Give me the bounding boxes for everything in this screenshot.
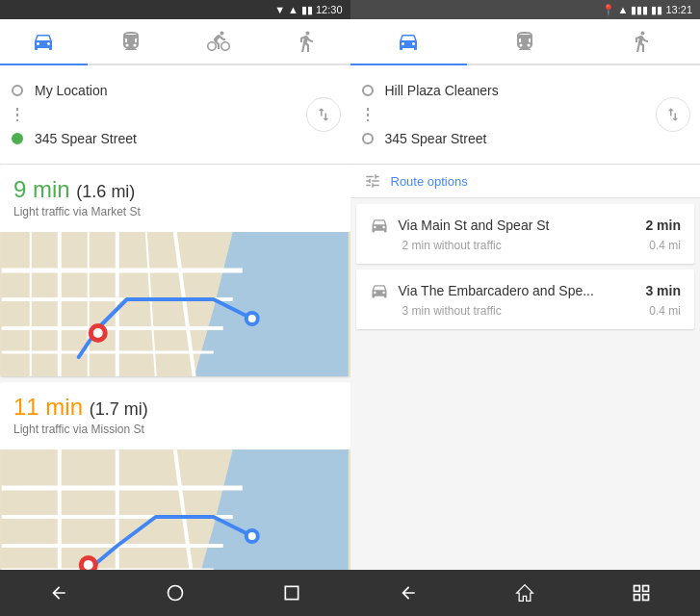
origin-row-right: Hill Plaza Cleaners xyxy=(362,73,689,108)
route-line-left xyxy=(16,108,18,121)
right-bottom-nav xyxy=(350,570,701,616)
route-2-map xyxy=(0,449,350,570)
route-card-1-header: 9 min (1.6 mi) Light traffic via Market … xyxy=(0,165,350,232)
location-icon: 📍 xyxy=(602,4,615,16)
origin-text-left: My Location xyxy=(35,83,339,98)
svg-point-13 xyxy=(93,328,103,338)
origin-dot-right xyxy=(362,85,374,96)
destination-text-right: 345 Spear Street xyxy=(385,131,689,146)
map-svg-2 xyxy=(0,449,350,570)
tab-transit-left[interactable] xyxy=(88,19,175,64)
car-icon-right xyxy=(397,30,420,53)
right-route-1-sub: 2 min without traffic 0.4 mi xyxy=(370,239,682,252)
svg-rect-35 xyxy=(643,595,649,601)
time-left: 12:30 xyxy=(316,4,343,15)
walk-icon-right xyxy=(630,30,653,53)
car-icon xyxy=(32,30,55,53)
route-card-2-header: 11 min (1.7 mi) Light traffic via Missio… xyxy=(0,382,350,449)
left-routes-list: 9 min (1.6 mi) Light traffic via Market … xyxy=(0,165,350,570)
route-card-1[interactable]: 9 min (1.6 mi) Light traffic via Market … xyxy=(0,165,350,376)
transit-icon xyxy=(119,30,143,53)
svg-marker-31 xyxy=(517,585,533,602)
back-button-right[interactable] xyxy=(379,576,437,610)
right-nav-tabs xyxy=(350,19,701,65)
left-bottom-nav xyxy=(0,570,350,616)
left-location-inputs: My Location 345 Spear Street xyxy=(0,65,350,165)
transit-icon-right xyxy=(513,30,536,53)
route-1-time: 9 min (1.6 mi) xyxy=(13,176,337,203)
right-route-1-distance: 0.4 mi xyxy=(649,239,681,252)
route-line-right xyxy=(367,108,369,121)
home-button-right[interactable] xyxy=(496,576,554,610)
home-icon-right xyxy=(515,583,534,603)
right-route-card-1[interactable]: Via Main St and Spear St 2 min 2 min wit… xyxy=(356,204,695,264)
svg-rect-30 xyxy=(285,586,298,599)
destination-row-left: 345 Spear Street xyxy=(12,121,339,156)
left-nav-tabs xyxy=(0,19,350,65)
bike-icon xyxy=(207,30,230,53)
swap-icon-right xyxy=(664,106,682,123)
back-icon-left xyxy=(49,583,68,603)
right-route-1-title: Via Main St and Spear St xyxy=(399,218,646,233)
right-route-1-traffic: 2 min without traffic xyxy=(402,239,502,252)
origin-row-left: My Location xyxy=(12,73,339,108)
route-1-traffic: Light traffic via Market St xyxy=(13,205,337,228)
recent-button-left[interactable] xyxy=(263,576,321,610)
recent-icon-left xyxy=(282,583,301,603)
back-icon-right xyxy=(399,583,418,603)
tab-walk-right[interactable] xyxy=(583,19,700,64)
recent-icon-right xyxy=(632,583,651,603)
route-options-icon xyxy=(364,172,381,190)
signal-icon: ▼ xyxy=(274,4,285,15)
route-1-map xyxy=(0,232,350,376)
right-route-2-sub: 3 min without traffic 0.4 mi xyxy=(370,304,682,318)
tab-car-left[interactable] xyxy=(0,19,88,64)
route-2-time: 11 min (1.7 mi) xyxy=(13,394,337,421)
car-icon-route-2 xyxy=(370,281,389,300)
route-options-label: Route options xyxy=(391,174,468,189)
tab-bike-left[interactable] xyxy=(175,19,263,64)
right-routes-list: Via Main St and Spear St 2 min 2 min wit… xyxy=(350,198,701,570)
right-route-2-duration: 3 min xyxy=(645,283,681,298)
left-phone-panel: ▼ ▲ ▮▮ 12:30 xyxy=(0,0,350,616)
swap-button-left[interactable] xyxy=(306,97,341,132)
battery-icon-right: ▮▮ xyxy=(651,4,662,16)
car-icon-route-1 xyxy=(370,216,389,235)
wifi-icon-right: ▲ xyxy=(618,4,629,15)
right-route-2-top: Via The Embarcadero and Spe... 3 min xyxy=(370,281,682,300)
swap-icon xyxy=(315,106,332,123)
svg-point-29 xyxy=(168,586,182,601)
tab-walk-left[interactable] xyxy=(263,19,350,64)
right-phone-panel: 📍 ▲ ▮▮▮ ▮▮ 13:21 Hill Plaza Clean xyxy=(350,0,701,616)
right-route-card-2[interactable]: Via The Embarcadero and Spe... 3 min 3 m… xyxy=(356,270,695,329)
walk-icon xyxy=(295,30,318,53)
time-right: 13:21 xyxy=(665,4,692,15)
recent-button-right[interactable] xyxy=(612,576,670,610)
svg-rect-34 xyxy=(635,595,640,601)
right-route-1-top: Via Main St and Spear St 2 min xyxy=(370,216,682,235)
origin-dot-left xyxy=(12,85,23,96)
right-route-1-duration: 2 min xyxy=(645,218,681,233)
right-location-inputs: Hill Plaza Cleaners 345 Spear Street xyxy=(350,65,701,165)
destination-dot-left xyxy=(12,133,23,144)
back-button-left[interactable] xyxy=(30,576,88,610)
left-status-bar: ▼ ▲ ▮▮ 12:30 xyxy=(0,0,350,19)
tab-transit-right[interactable] xyxy=(467,19,583,64)
svg-point-15 xyxy=(248,315,256,322)
destination-text-left: 345 Spear Street xyxy=(35,131,339,146)
svg-rect-33 xyxy=(643,586,649,592)
signal-icon-right: ▮▮▮ xyxy=(631,4,648,16)
svg-point-28 xyxy=(248,532,256,540)
right-route-2-distance: 0.4 mi xyxy=(649,304,681,318)
origin-text-right: Hill Plaza Cleaners xyxy=(385,83,689,98)
battery-icon: ▮▮ xyxy=(301,4,313,16)
tab-car-right[interactable] xyxy=(350,19,467,64)
destination-row-right: 345 Spear Street xyxy=(362,121,689,156)
svg-rect-32 xyxy=(635,586,640,592)
home-icon-left xyxy=(166,583,185,603)
route-options-button[interactable]: Route options xyxy=(350,165,701,198)
swap-button-right[interactable] xyxy=(656,97,690,132)
home-button-left[interactable] xyxy=(146,576,204,610)
wifi-icon: ▲ xyxy=(288,4,298,15)
route-card-2[interactable]: 11 min (1.7 mi) Light traffic via Missio… xyxy=(0,382,350,570)
